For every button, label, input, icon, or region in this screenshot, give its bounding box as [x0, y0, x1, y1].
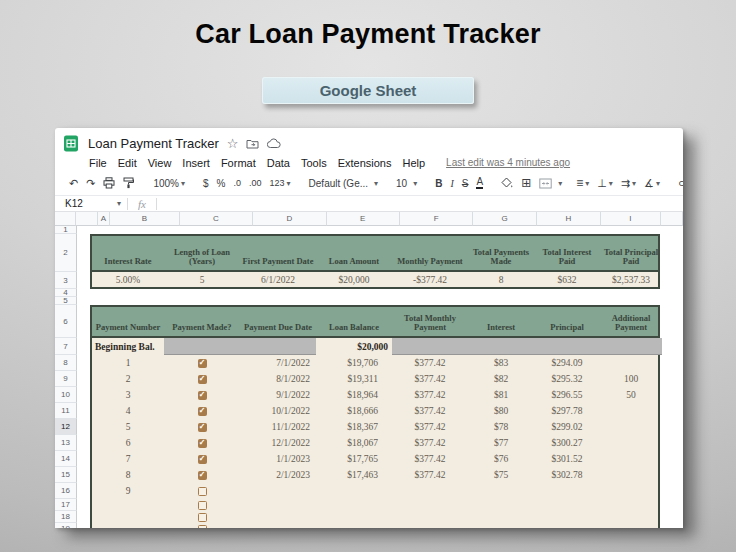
checkbox-checked[interactable] [198, 375, 207, 384]
interest-cell[interactable]: $78 [468, 422, 534, 432]
last-edit-link[interactable]: Last edit was 4 minutes ago [446, 157, 570, 168]
name-box[interactable]: K12▾ [55, 198, 127, 209]
row-header-12[interactable]: 12 [55, 419, 77, 435]
due-date-cell[interactable]: 10/1/2022 [240, 406, 316, 416]
checkbox-checked[interactable] [198, 471, 207, 480]
merge-cells-icon[interactable] [539, 178, 552, 189]
loan-balance-cell[interactable]: $19,706 [316, 358, 392, 368]
checkbox-checked[interactable] [198, 423, 207, 432]
summary-value-5[interactable]: 8 [468, 272, 534, 287]
menu-item-format[interactable]: Format [221, 157, 256, 169]
row-header-7[interactable]: 7 [55, 338, 77, 355]
loan-balance-cell[interactable]: $17,463 [316, 470, 392, 480]
row-header-15[interactable]: 15 [55, 467, 77, 483]
column-header-I[interactable]: I [601, 212, 661, 226]
row-header-14[interactable]: 14 [55, 451, 77, 467]
text-wrap-icon[interactable]: ⇉▾ [621, 177, 636, 190]
monthly-payment-cell[interactable]: $377.42 [392, 454, 468, 464]
due-date-cell[interactable]: 2/1/2023 [240, 470, 316, 480]
row-header-5[interactable]: 5 [55, 297, 77, 305]
font-select[interactable]: Default (Ge...▾ [309, 178, 378, 189]
menu-item-insert[interactable]: Insert [182, 157, 210, 169]
loan-balance-cell[interactable]: $18,964 [316, 390, 392, 400]
muted-cell[interactable] [164, 338, 316, 355]
row-header-19[interactable]: 19 [55, 523, 77, 528]
checkbox-unchecked[interactable] [198, 525, 207, 529]
principal-cell[interactable]: $302.78 [534, 470, 600, 480]
payment-number-cell[interactable]: 8 [92, 470, 164, 480]
increase-decimal-button[interactable]: .00 [249, 178, 262, 188]
paint-format-icon[interactable] [123, 177, 135, 189]
row-header-11[interactable]: 11 [55, 403, 77, 419]
column-header-C[interactable]: C [180, 212, 253, 226]
column-header-B[interactable]: B [110, 212, 180, 226]
row-header-16[interactable]: 16 [55, 483, 77, 499]
monthly-payment-cell[interactable]: $377.42 [392, 438, 468, 448]
payment-number-cell[interactable]: 1 [92, 358, 164, 368]
menu-item-tools[interactable]: Tools [301, 157, 327, 169]
checkbox-checked[interactable] [198, 391, 207, 400]
beginning-balance-value[interactable]: $20,000 [316, 342, 392, 352]
loan-balance-cell[interactable]: $18,666 [316, 406, 392, 416]
monthly-payment-cell[interactable]: $377.42 [392, 390, 468, 400]
checkbox-checked[interactable] [198, 455, 207, 464]
interest-cell[interactable]: $76 [468, 454, 534, 464]
due-date-cell[interactable]: 7/1/2022 [240, 358, 316, 368]
payment-number-cell[interactable]: 2 [92, 374, 164, 384]
column-header-E[interactable]: E [327, 212, 400, 226]
menu-item-help[interactable]: Help [402, 157, 425, 169]
decrease-decimal-button[interactable]: .0 [234, 178, 242, 188]
additional-payment-cell[interactable]: 50 [600, 390, 662, 400]
menu-item-extensions[interactable]: Extensions [338, 157, 392, 169]
grid-canvas[interactable]: 12345678910111213141516171819 Interest R… [55, 226, 683, 528]
monthly-payment-cell[interactable]: $377.42 [392, 358, 468, 368]
sheets-logo-icon[interactable] [63, 135, 80, 152]
interest-cell[interactable]: $80 [468, 406, 534, 416]
horizontal-align-icon[interactable]: ≡▾ [576, 176, 589, 190]
borders-icon[interactable]: ⊞ [521, 176, 531, 190]
payment-number-cell[interactable]: 9 [92, 486, 164, 496]
due-date-cell[interactable]: 12/1/2022 [240, 438, 316, 448]
column-header-G[interactable]: G [473, 212, 537, 226]
italic-button[interactable]: I [450, 178, 453, 189]
monthly-payment-cell[interactable]: $377.42 [392, 374, 468, 384]
principal-cell[interactable]: $296.55 [534, 390, 600, 400]
checkbox-checked[interactable] [198, 439, 207, 448]
beginning-balance-label[interactable]: Beginning Bal. [92, 342, 164, 352]
summary-value-7[interactable]: $2,537.33 [600, 272, 662, 287]
row-header-6[interactable]: 6 [55, 305, 77, 338]
principal-cell[interactable]: $294.09 [534, 358, 600, 368]
additional-payment-cell[interactable]: 100 [600, 374, 662, 384]
text-rotate-icon[interactable]: ∡▾ [644, 177, 660, 190]
name-box-dropdown-icon[interactable]: ▾ [117, 199, 121, 208]
row-header-3[interactable]: 3 [55, 272, 77, 289]
document-title[interactable]: Loan Payment Tracker [88, 136, 219, 151]
row-header-13[interactable]: 13 [55, 435, 77, 451]
text-color-button[interactable]: A [476, 177, 483, 189]
column-header-H[interactable]: H [537, 212, 601, 226]
payment-number-cell[interactable]: 3 [92, 390, 164, 400]
column-header-A[interactable]: A [98, 212, 111, 226]
due-date-cell[interactable]: 9/1/2022 [240, 390, 316, 400]
summary-value-1[interactable]: 5 [164, 272, 240, 287]
payment-number-cell[interactable]: 4 [92, 406, 164, 416]
strikethrough-button[interactable]: S [462, 178, 469, 189]
row-header-2[interactable]: 2 [55, 234, 77, 272]
fill-color-icon[interactable] [501, 177, 513, 189]
move-folder-icon[interactable] [246, 138, 259, 149]
row-header-10[interactable]: 10 [55, 387, 77, 403]
due-date-cell[interactable]: 11/1/2022 [240, 422, 316, 432]
loan-balance-cell[interactable]: $19,311 [316, 374, 392, 384]
monthly-payment-cell[interactable]: $377.42 [392, 422, 468, 432]
summary-value-0[interactable]: 5.00% [92, 272, 164, 287]
principal-cell[interactable]: $300.27 [534, 438, 600, 448]
row-header-17[interactable]: 17 [55, 499, 77, 511]
monthly-payment-cell[interactable]: $377.42 [392, 470, 468, 480]
zoom-select[interactable]: 100%▾ [153, 178, 185, 189]
checkbox-unchecked[interactable] [198, 501, 207, 510]
checkbox-checked[interactable] [198, 407, 207, 416]
interest-cell[interactable]: $81 [468, 390, 534, 400]
loan-balance-cell[interactable]: $18,367 [316, 422, 392, 432]
font-size-select[interactable]: 10▾ [396, 178, 417, 189]
google-sheet-button[interactable]: Google Sheet [262, 77, 474, 104]
